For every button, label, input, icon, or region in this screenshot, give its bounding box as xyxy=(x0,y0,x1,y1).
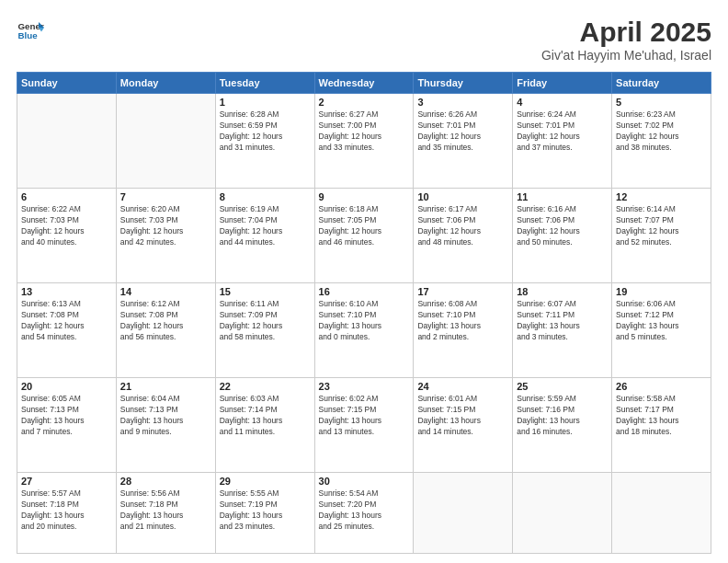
day-info: Sunrise: 6:14 AM Sunset: 7:07 PM Dayligh… xyxy=(616,204,707,248)
logo-icon: General Blue xyxy=(17,17,44,44)
day-info: Sunrise: 5:55 AM Sunset: 7:19 PM Dayligh… xyxy=(220,488,311,533)
table-row: 20Sunrise: 6:05 AM Sunset: 7:13 PM Dayli… xyxy=(17,378,117,473)
day-number: 30 xyxy=(319,476,410,487)
table-row: 2Sunrise: 6:27 AM Sunset: 7:00 PM Daylig… xyxy=(314,94,414,189)
table-row: 28Sunrise: 5:56 AM Sunset: 7:18 PM Dayli… xyxy=(116,473,215,554)
day-info: Sunrise: 6:08 AM Sunset: 7:10 PM Dayligh… xyxy=(417,299,508,343)
table-row: 7Sunrise: 6:20 AM Sunset: 7:03 PM Daylig… xyxy=(116,189,215,283)
calendar-table: Sunday Monday Tuesday Wednesday Thursday… xyxy=(17,72,711,554)
day-info: Sunrise: 6:13 AM Sunset: 7:08 PM Dayligh… xyxy=(21,299,112,343)
day-number: 20 xyxy=(21,381,112,392)
day-number: 16 xyxy=(319,286,410,297)
table-row: 21Sunrise: 6:04 AM Sunset: 7:13 PM Dayli… xyxy=(116,378,215,473)
day-number: 4 xyxy=(517,97,608,108)
day-info: Sunrise: 6:20 AM Sunset: 7:03 PM Dayligh… xyxy=(120,204,211,248)
calendar-header-row: Sunday Monday Tuesday Wednesday Thursday… xyxy=(17,73,711,94)
col-tuesday: Tuesday xyxy=(215,73,314,94)
day-number: 22 xyxy=(220,381,311,392)
day-number: 5 xyxy=(616,97,707,108)
table-row xyxy=(17,94,117,189)
day-number: 9 xyxy=(319,191,410,202)
col-wednesday: Wednesday xyxy=(314,73,414,94)
table-row: 25Sunrise: 5:59 AM Sunset: 7:16 PM Dayli… xyxy=(513,378,612,473)
day-info: Sunrise: 6:24 AM Sunset: 7:01 PM Dayligh… xyxy=(517,109,608,154)
day-info: Sunrise: 6:23 AM Sunset: 7:02 PM Dayligh… xyxy=(616,109,707,154)
day-info: Sunrise: 6:22 AM Sunset: 7:03 PM Dayligh… xyxy=(21,204,112,248)
day-info: Sunrise: 6:04 AM Sunset: 7:13 PM Dayligh… xyxy=(120,394,211,438)
table-row xyxy=(513,473,612,554)
table-row xyxy=(116,94,215,189)
day-info: Sunrise: 6:10 AM Sunset: 7:10 PM Dayligh… xyxy=(319,299,410,343)
day-number: 19 xyxy=(616,286,707,297)
day-info: Sunrise: 6:27 AM Sunset: 7:00 PM Dayligh… xyxy=(319,109,410,154)
table-row: 22Sunrise: 6:03 AM Sunset: 7:14 PM Dayli… xyxy=(215,378,314,473)
table-row: 1Sunrise: 6:28 AM Sunset: 6:59 PM Daylig… xyxy=(215,94,314,189)
table-row: 13Sunrise: 6:13 AM Sunset: 7:08 PM Dayli… xyxy=(17,283,117,378)
table-row: 19Sunrise: 6:06 AM Sunset: 7:12 PM Dayli… xyxy=(612,283,711,378)
day-number: 14 xyxy=(120,286,211,297)
table-row: 12Sunrise: 6:14 AM Sunset: 7:07 PM Dayli… xyxy=(612,189,711,283)
page: General Blue April 2025 Giv'at Hayyim Me… xyxy=(0,0,728,563)
day-info: Sunrise: 5:58 AM Sunset: 7:17 PM Dayligh… xyxy=(616,394,707,438)
day-number: 10 xyxy=(417,191,508,202)
day-info: Sunrise: 6:19 AM Sunset: 7:04 PM Dayligh… xyxy=(220,204,311,248)
day-number: 1 xyxy=(220,97,311,108)
day-number: 6 xyxy=(21,191,112,202)
day-number: 7 xyxy=(120,191,211,202)
table-row: 3Sunrise: 6:26 AM Sunset: 7:01 PM Daylig… xyxy=(414,94,513,189)
day-info: Sunrise: 5:54 AM Sunset: 7:20 PM Dayligh… xyxy=(319,488,410,533)
table-row: 23Sunrise: 6:02 AM Sunset: 7:15 PM Dayli… xyxy=(314,378,414,473)
day-number: 11 xyxy=(517,191,608,202)
table-row: 29Sunrise: 5:55 AM Sunset: 7:19 PM Dayli… xyxy=(215,473,314,554)
header: General Blue April 2025 Giv'at Hayyim Me… xyxy=(17,17,711,63)
day-number: 3 xyxy=(417,97,508,108)
day-number: 28 xyxy=(120,476,211,487)
day-info: Sunrise: 6:07 AM Sunset: 7:11 PM Dayligh… xyxy=(517,299,608,343)
day-number: 15 xyxy=(220,286,311,297)
day-info: Sunrise: 5:56 AM Sunset: 7:18 PM Dayligh… xyxy=(120,488,211,533)
table-row: 18Sunrise: 6:07 AM Sunset: 7:11 PM Dayli… xyxy=(513,283,612,378)
table-row: 16Sunrise: 6:10 AM Sunset: 7:10 PM Dayli… xyxy=(314,283,414,378)
day-number: 29 xyxy=(220,476,311,487)
table-row: 15Sunrise: 6:11 AM Sunset: 7:09 PM Dayli… xyxy=(215,283,314,378)
table-row: 8Sunrise: 6:19 AM Sunset: 7:04 PM Daylig… xyxy=(215,189,314,283)
svg-text:Blue: Blue xyxy=(18,30,39,40)
table-row: 10Sunrise: 6:17 AM Sunset: 7:06 PM Dayli… xyxy=(414,189,513,283)
table-row: 14Sunrise: 6:12 AM Sunset: 7:08 PM Dayli… xyxy=(116,283,215,378)
table-row: 27Sunrise: 5:57 AM Sunset: 7:18 PM Dayli… xyxy=(17,473,117,554)
calendar-title: April 2025 xyxy=(541,17,711,48)
day-info: Sunrise: 6:28 AM Sunset: 6:59 PM Dayligh… xyxy=(220,109,311,154)
col-thursday: Thursday xyxy=(414,73,513,94)
day-info: Sunrise: 5:57 AM Sunset: 7:18 PM Dayligh… xyxy=(21,488,112,533)
table-row: 24Sunrise: 6:01 AM Sunset: 7:15 PM Dayli… xyxy=(414,378,513,473)
day-info: Sunrise: 6:26 AM Sunset: 7:01 PM Dayligh… xyxy=(417,109,508,154)
day-number: 13 xyxy=(21,286,112,297)
day-info: Sunrise: 6:03 AM Sunset: 7:14 PM Dayligh… xyxy=(220,394,311,438)
table-row xyxy=(414,473,513,554)
table-row: 26Sunrise: 5:58 AM Sunset: 7:17 PM Dayli… xyxy=(612,378,711,473)
day-number: 23 xyxy=(319,381,410,392)
day-number: 12 xyxy=(616,191,707,202)
day-info: Sunrise: 6:05 AM Sunset: 7:13 PM Dayligh… xyxy=(21,394,112,438)
table-row: 9Sunrise: 6:18 AM Sunset: 7:05 PM Daylig… xyxy=(314,189,414,283)
day-number: 25 xyxy=(517,381,608,392)
day-number: 2 xyxy=(319,97,410,108)
day-info: Sunrise: 6:06 AM Sunset: 7:12 PM Dayligh… xyxy=(616,299,707,343)
table-row: 30Sunrise: 5:54 AM Sunset: 7:20 PM Dayli… xyxy=(314,473,414,554)
col-saturday: Saturday xyxy=(612,73,711,94)
table-row: 5Sunrise: 6:23 AM Sunset: 7:02 PM Daylig… xyxy=(612,94,711,189)
table-row: 11Sunrise: 6:16 AM Sunset: 7:06 PM Dayli… xyxy=(513,189,612,283)
day-info: Sunrise: 6:16 AM Sunset: 7:06 PM Dayligh… xyxy=(517,204,608,248)
table-row: 4Sunrise: 6:24 AM Sunset: 7:01 PM Daylig… xyxy=(513,94,612,189)
day-number: 17 xyxy=(417,286,508,297)
day-info: Sunrise: 6:17 AM Sunset: 7:06 PM Dayligh… xyxy=(417,204,508,248)
day-number: 26 xyxy=(616,381,707,392)
logo: General Blue xyxy=(17,17,44,44)
day-info: Sunrise: 6:18 AM Sunset: 7:05 PM Dayligh… xyxy=(319,204,410,248)
day-info: Sunrise: 6:02 AM Sunset: 7:15 PM Dayligh… xyxy=(319,394,410,438)
table-row xyxy=(612,473,711,554)
col-monday: Monday xyxy=(116,73,215,94)
day-info: Sunrise: 6:01 AM Sunset: 7:15 PM Dayligh… xyxy=(417,394,508,438)
col-sunday: Sunday xyxy=(17,73,117,94)
day-number: 24 xyxy=(417,381,508,392)
